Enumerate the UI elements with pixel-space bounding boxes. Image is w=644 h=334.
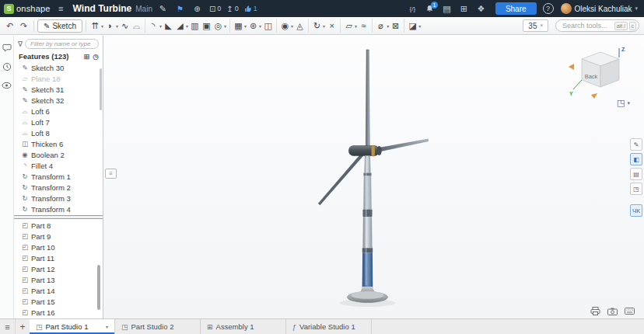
add-tab-button[interactable]: + xyxy=(16,319,30,334)
part-item[interactable]: ◰ Part 14 xyxy=(14,285,98,296)
section-view-tool-button[interactable]: ◪ ▾ xyxy=(404,19,422,33)
feature-item[interactable]: ◫ Thicken 6 xyxy=(14,138,98,149)
feature-item[interactable]: ↻ Transform 1 xyxy=(14,171,98,182)
hole-tool-button[interactable]: ◎ ▾ xyxy=(212,19,227,33)
extrude-tool-button[interactable]: ⇈ ▾ xyxy=(89,19,104,33)
tower-segment-1[interactable] xyxy=(364,156,370,173)
history-button[interactable] xyxy=(2,61,12,71)
rib-tool-button[interactable]: ▥ ▾ xyxy=(189,19,201,33)
main-menu-button[interactable]: ≡ xyxy=(54,2,68,16)
feature-item[interactable]: ✎ Sketch 32 xyxy=(14,95,98,106)
display-states-panel-button[interactable]: ◳ xyxy=(630,183,642,195)
feature-item[interactable]: ◝ Fillet 4 xyxy=(14,160,98,171)
comments-button[interactable] xyxy=(2,43,12,53)
chevron-down-icon[interactable]: ▾ xyxy=(101,324,108,329)
plane-tool-button[interactable]: ▱ ▾ xyxy=(340,19,358,33)
part-item[interactable]: ◰ Part 11 xyxy=(14,252,98,263)
print-button[interactable] xyxy=(590,307,600,315)
part-item[interactable]: ◰ Part 12 xyxy=(14,263,98,274)
parts-scrollbar[interactable] xyxy=(97,265,100,310)
blade-vertical[interactable] xyxy=(366,50,369,147)
onshape-logo[interactable]: S onshape xyxy=(4,4,51,14)
custom-features-dropdown[interactable]: 35 ▾ xyxy=(523,19,548,32)
versions-count[interactable]: ⊡ 0 xyxy=(209,5,221,13)
tower-segment-blue[interactable] xyxy=(362,252,373,287)
feature-script-button[interactable]: {/} xyxy=(406,2,419,16)
turbine-geometry[interactable] xyxy=(318,50,428,307)
feature-item[interactable]: ✎ Sketch 31 xyxy=(14,84,98,95)
blade-right[interactable] xyxy=(378,139,429,151)
circular-pattern-tool-button[interactable]: ⊛ ▾ xyxy=(247,19,262,33)
part-item[interactable]: ◰ Part 16 xyxy=(14,307,98,318)
feature-item[interactable]: ↻ Transform 3 xyxy=(14,193,98,204)
draft-tool-button[interactable]: ◢ ▾ xyxy=(174,19,189,33)
feature-item[interactable]: ⌓ Loft 6 xyxy=(14,106,98,117)
rotate-left-arrow[interactable] xyxy=(569,64,574,70)
undo-button[interactable]: ↶ xyxy=(3,19,16,33)
split-tool-button[interactable]: ◬ ▾ xyxy=(294,19,306,33)
mass-properties-tool-button[interactable]: ⊠ ▾ xyxy=(390,19,401,33)
sketch-button[interactable]: ✎ Sketch xyxy=(37,19,82,33)
feature-item[interactable]: ⌓ Loft 8 xyxy=(14,127,98,138)
feature-item[interactable]: ↻ Transform 4 xyxy=(14,204,98,214)
follow-mode-button[interactable] xyxy=(2,80,12,90)
delete-part-tool-button[interactable]: × ▾ xyxy=(326,19,338,33)
part-item[interactable]: ◰ Part 10 xyxy=(14,242,98,252)
chamfer-tool-button[interactable]: ◣ ▾ xyxy=(163,19,174,33)
feature-item[interactable]: ◉ Boolean 2 xyxy=(14,149,98,160)
rollback-bar[interactable] xyxy=(14,215,103,219)
sweep-tool-button[interactable]: ∿ ▾ xyxy=(119,19,131,33)
configurations-panel-button[interactable]: ◧ xyxy=(630,153,642,165)
part-item[interactable]: ◰ Part 8 xyxy=(14,220,98,231)
share-button[interactable]: Share xyxy=(495,2,537,15)
document-tab[interactable]: ⊞ Assembly 1 ▾ xyxy=(201,319,286,334)
likes-count[interactable]: 1 xyxy=(244,5,257,12)
named-views-panel-button[interactable]: ▤ xyxy=(630,168,642,180)
learning-center-button[interactable]: ▤ xyxy=(440,2,453,16)
hub-nose[interactable] xyxy=(376,146,381,155)
part-item[interactable]: ◰ Part 15 xyxy=(14,296,98,307)
fillet-tool-button[interactable]: ◝ ▾ xyxy=(145,19,163,33)
document-tab[interactable]: ◳ Part Studio 2 ▾ xyxy=(115,319,201,334)
feature-item[interactable]: ✎ Sketch 30 xyxy=(14,62,98,73)
shell-tool-button[interactable]: ▣ ▾ xyxy=(201,19,212,33)
publication-button[interactable]: ⚑ xyxy=(173,2,187,16)
history-icon[interactable]: ◷ xyxy=(93,53,99,61)
wind-turbine-model[interactable] xyxy=(103,36,644,318)
document-tab[interactable]: ◳ Part Studio 1 ▾ xyxy=(30,319,115,334)
loft-tool-button[interactable]: ⌓ ▾ xyxy=(131,19,142,33)
hub-ring[interactable] xyxy=(371,145,375,156)
branches-count[interactable]: ↥ 0 xyxy=(226,5,238,13)
custom-app-panel-button[interactable]: ЧК xyxy=(630,204,642,217)
help-button[interactable]: ? xyxy=(543,3,554,14)
redo-button[interactable]: ↷ xyxy=(17,19,30,33)
blade-left[interactable] xyxy=(318,154,363,205)
view-options-button[interactable]: ◳ ▾ xyxy=(617,98,630,108)
keyboard-shortcuts-button[interactable] xyxy=(625,307,635,315)
revolve-tool-button[interactable]: ◗ ▾ xyxy=(104,19,119,33)
workspace-name[interactable]: Main xyxy=(135,5,152,13)
tower-collar-2[interactable] xyxy=(362,248,373,252)
tower-segment-3[interactable] xyxy=(362,217,372,248)
rename-document-button[interactable]: ✎ xyxy=(156,2,170,16)
rotate-down-arrow[interactable] xyxy=(591,93,597,99)
app-store-button[interactable]: ⊞ xyxy=(457,2,471,16)
tower-segment-2[interactable] xyxy=(363,176,371,210)
part-item[interactable]: ◰ Part 13 xyxy=(14,274,98,285)
view-cube[interactable]: Back Z Y xyxy=(565,43,627,101)
features-scrollbar[interactable] xyxy=(100,68,102,110)
feature-item[interactable]: ▱ Plane 18 xyxy=(14,73,98,84)
transform-tool-button[interactable]: ↻ ▾ xyxy=(308,19,326,33)
part-item[interactable]: ◰ Part 9 xyxy=(14,231,98,242)
tower-joint[interactable] xyxy=(362,209,372,217)
tower-collar-1[interactable] xyxy=(363,173,371,176)
measure-tool-button[interactable]: ⌀ ▾ xyxy=(372,19,390,33)
rollback-bar-handle[interactable]: ≡ xyxy=(105,169,117,179)
feature-item[interactable]: ⌓ Loft 7 xyxy=(14,117,98,127)
screenshot-button[interactable] xyxy=(607,307,618,315)
linear-pattern-tool-button[interactable]: ▦ ▾ xyxy=(229,19,247,33)
edit-appearance-panel-button[interactable]: ✎ xyxy=(630,138,642,151)
filter-input[interactable] xyxy=(25,39,99,49)
notifications-button[interactable]: 1 xyxy=(423,2,436,16)
boolean-tool-button[interactable]: ◉ ▾ xyxy=(276,19,294,33)
